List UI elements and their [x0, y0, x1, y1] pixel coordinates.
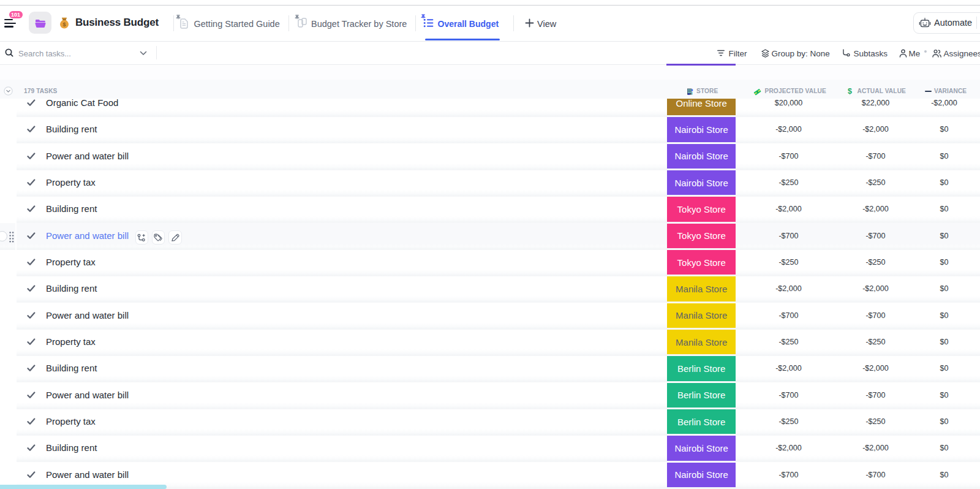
svg-text:$: $: [62, 21, 66, 28]
